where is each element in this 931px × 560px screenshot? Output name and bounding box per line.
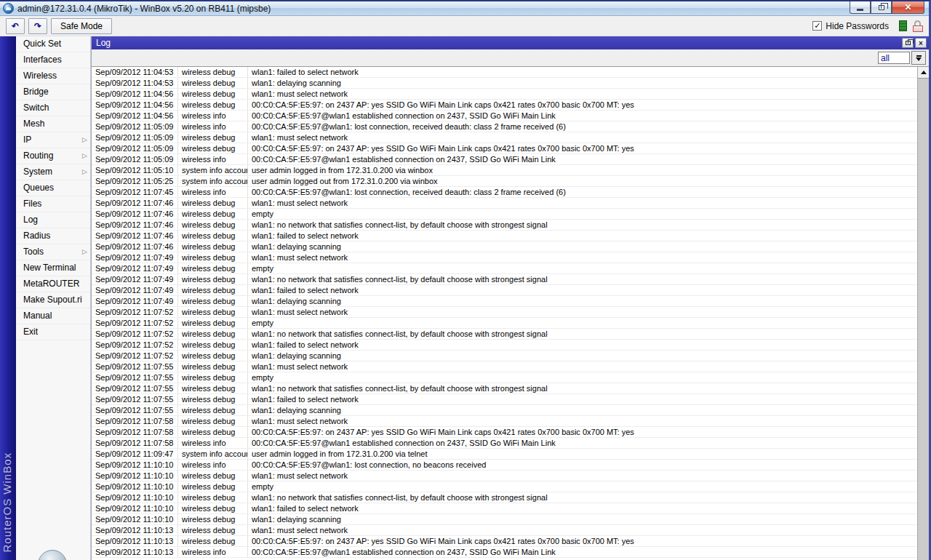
sidebar-item-tools[interactable]: Tools ▷: [16, 244, 90, 260]
log-topics-cell: wireless debug: [178, 231, 248, 241]
log-message-cell: 00:C0:CA:5F:E5:97@wlan1 established conn…: [248, 438, 917, 448]
log-time-cell: Sep/09/2012 11:04:56: [92, 89, 178, 99]
minimize-button[interactable]: [850, 1, 871, 14]
log-time-cell: Sep/09/2012 11:07:52: [92, 351, 178, 361]
log-message-cell: wlan1: must select network: [248, 252, 917, 263]
sidebar-item-files[interactable]: Files ▷: [16, 196, 90, 212]
sidebar-item-ip[interactable]: IP ▷: [16, 132, 90, 148]
log-time-cell: Sep/09/2012 11:10:13: [92, 536, 178, 546]
log-time-cell: Sep/09/2012 11:05:09: [92, 143, 178, 153]
log-row[interactable]: Sep/09/2012 11:07:55 wireless debug wlan…: [92, 405, 917, 416]
log-row[interactable]: Sep/09/2012 11:07:46 wireless debug wlan…: [92, 198, 917, 209]
banner-brand-text: RouterOS WinBox: [1, 452, 13, 553]
log-row[interactable]: Sep/09/2012 11:07:49 wireless debug wlan…: [92, 285, 917, 296]
log-row[interactable]: Sep/09/2012 11:04:56 wireless info 00:C0…: [92, 111, 917, 121]
log-row[interactable]: Sep/09/2012 11:07:55 wireless debug wlan…: [92, 394, 917, 405]
sidebar-item-queues[interactable]: Queues ▷: [16, 180, 90, 196]
log-message-cell: wlan1: no network that satisfies connect…: [248, 220, 917, 230]
log-topics-cell: wireless debug: [178, 143, 248, 153]
log-row[interactable]: Sep/09/2012 11:05:09 wireless info 00:C0…: [92, 154, 917, 165]
log-row[interactable]: Sep/09/2012 11:04:56 wireless debug wlan…: [92, 89, 917, 100]
log-restore-button[interactable]: [902, 38, 914, 48]
sidebar-item-new-terminal[interactable]: New Terminal ▷: [16, 260, 90, 276]
log-row[interactable]: Sep/09/2012 11:07:49 wireless debug wlan…: [92, 252, 917, 263]
winbox-window: admin@172.31.0.4 (MikroTik) - WinBox v5.…: [0, 0, 931, 560]
log-row[interactable]: Sep/09/2012 11:07:52 wireless debug wlan…: [92, 340, 917, 351]
log-row[interactable]: Sep/09/2012 11:07:46 wireless debug empt…: [92, 209, 917, 220]
restore-button[interactable]: [871, 1, 892, 14]
log-row[interactable]: Sep/09/2012 11:07:55 wireless debug wlan…: [92, 361, 917, 372]
sidebar-item-system[interactable]: System ▷: [16, 164, 90, 180]
sidebar-item-exit[interactable]: Exit ▷: [16, 324, 90, 340]
log-row[interactable]: Sep/09/2012 11:05:09 wireless info 00:C0…: [92, 121, 917, 132]
log-row[interactable]: Sep/09/2012 11:07:58 wireless debug wlan…: [92, 416, 917, 427]
hide-passwords-checkbox[interactable]: ✓: [812, 21, 822, 31]
safe-mode-button[interactable]: Safe Mode: [51, 18, 112, 34]
sidebar-item-metarouter[interactable]: MetaROUTER ▷: [16, 276, 90, 292]
log-filter-input[interactable]: [878, 52, 910, 64]
log-message-cell: user admin logged in from 172.31.0.200 v…: [248, 165, 917, 175]
sidebar-item-bridge[interactable]: Bridge ▷: [16, 84, 90, 100]
log-row[interactable]: Sep/09/2012 11:07:55 wireless debug empt…: [92, 372, 917, 383]
vertical-scrollbar[interactable]: [917, 67, 929, 560]
log-message-cell: wlan1: no network that satisfies connect…: [248, 274, 917, 284]
scroll-up-button[interactable]: [918, 67, 929, 79]
log-topics-cell: wireless debug: [178, 536, 248, 546]
log-row[interactable]: Sep/09/2012 11:10:10 wireless info 00:C0…: [92, 460, 917, 471]
log-close-button[interactable]: ×: [915, 38, 927, 48]
sidebar-item-interfaces[interactable]: Interfaces ▷: [16, 52, 90, 68]
log-row[interactable]: Sep/09/2012 11:04:53 wireless debug wlan…: [92, 67, 917, 78]
log-row[interactable]: Sep/09/2012 11:10:10 wireless debug wlan…: [92, 492, 917, 503]
log-row[interactable]: Sep/09/2012 11:07:58 wireless info 00:C0…: [92, 438, 917, 449]
log-row[interactable]: Sep/09/2012 11:07:52 wireless debug wlan…: [92, 307, 917, 318]
log-row[interactable]: Sep/09/2012 11:05:10 system info account…: [92, 165, 917, 176]
log-row[interactable]: Sep/09/2012 11:07:58 wireless debug 00:C…: [92, 427, 917, 438]
log-time-cell: Sep/09/2012 11:07:52: [92, 307, 178, 317]
log-row[interactable]: Sep/09/2012 11:07:49 wireless debug wlan…: [92, 274, 917, 285]
log-row[interactable]: Sep/09/2012 11:05:25 system info account…: [92, 176, 917, 187]
log-message-cell: 00:C0:CA:5F:E5:97: on 2437 AP: yes SSID …: [248, 100, 917, 110]
sidebar-item-routing[interactable]: Routing ▷: [16, 148, 90, 164]
log-row[interactable]: Sep/09/2012 11:10:10 wireless debug empt…: [92, 481, 917, 492]
log-row[interactable]: Sep/09/2012 11:10:13 wireless debug 00:C…: [92, 536, 917, 547]
log-row[interactable]: Sep/09/2012 11:07:52 wireless debug wlan…: [92, 329, 917, 340]
sidebar-item-manual[interactable]: Manual ▷: [16, 308, 90, 324]
log-row[interactable]: Sep/09/2012 11:10:13 wireless debug wlan…: [92, 525, 917, 536]
log-row[interactable]: Sep/09/2012 11:07:46 wireless debug wlan…: [92, 241, 917, 252]
log-time-cell: Sep/09/2012 11:07:49: [92, 274, 178, 284]
log-time-cell: Sep/09/2012 11:07:49: [92, 296, 178, 306]
log-row[interactable]: Sep/09/2012 11:07:49 wireless debug wlan…: [92, 296, 917, 307]
sidebar-item-mesh[interactable]: Mesh ▷: [16, 116, 90, 132]
sidebar-item-log[interactable]: Log ▷: [16, 212, 90, 228]
sidebar-item-wireless[interactable]: Wireless ▷: [16, 68, 90, 84]
sidebar-item-switch[interactable]: Switch ▷: [16, 100, 90, 116]
log-row[interactable]: Sep/09/2012 11:07:52 wireless debug empt…: [92, 318, 917, 329]
log-row[interactable]: Sep/09/2012 11:07:46 wireless debug wlan…: [92, 220, 917, 231]
log-row[interactable]: Sep/09/2012 11:05:09 wireless debug wlan…: [92, 132, 917, 143]
log-row[interactable]: Sep/09/2012 11:10:13 wireless info 00:C0…: [92, 547, 917, 558]
log-filter-dropdown-button[interactable]: [911, 51, 926, 65]
sidebar-item-label: Switch: [23, 100, 82, 116]
log-row[interactable]: Sep/09/2012 11:07:46 wireless debug wlan…: [92, 231, 917, 241]
log-table: Sep/09/2012 11:04:53 wireless debug wlan…: [92, 67, 929, 560]
log-message-cell: wlan1: failed to select network: [248, 67, 917, 77]
log-row[interactable]: Sep/09/2012 11:07:52 wireless debug wlan…: [92, 351, 917, 361]
log-row[interactable]: Sep/09/2012 11:10:10 wireless debug wlan…: [92, 471, 917, 481]
log-row[interactable]: Sep/09/2012 11:04:56 wireless debug 00:C…: [92, 100, 917, 111]
sidebar-item-radius[interactable]: Radius ▷: [16, 228, 90, 244]
scrollbar-thumb[interactable]: [918, 79, 929, 560]
sidebar-item-quick-set[interactable]: Quick Set ▷: [16, 36, 90, 52]
log-row[interactable]: Sep/09/2012 11:10:10 wireless debug wlan…: [92, 503, 917, 514]
log-row[interactable]: Sep/09/2012 11:07:49 wireless debug empt…: [92, 263, 917, 274]
log-topics-cell: wireless debug: [178, 471, 248, 481]
log-row[interactable]: Sep/09/2012 11:07:45 wireless info 00:C0…: [92, 187, 917, 198]
redo-button[interactable]: ↷: [28, 18, 47, 34]
log-row[interactable]: Sep/09/2012 11:09:47 system info account…: [92, 449, 917, 460]
log-row[interactable]: Sep/09/2012 11:04:53 wireless debug wlan…: [92, 78, 917, 89]
log-row[interactable]: Sep/09/2012 11:10:10 wireless debug wlan…: [92, 514, 917, 525]
close-button[interactable]: ✕: [892, 1, 924, 14]
log-row[interactable]: Sep/09/2012 11:07:55 wireless debug wlan…: [92, 383, 917, 394]
sidebar-item-make-supout-rif[interactable]: Make Supout.rif ▷: [16, 292, 90, 308]
log-row[interactable]: Sep/09/2012 11:05:09 wireless debug 00:C…: [92, 143, 917, 154]
undo-button[interactable]: ↶: [6, 18, 25, 34]
